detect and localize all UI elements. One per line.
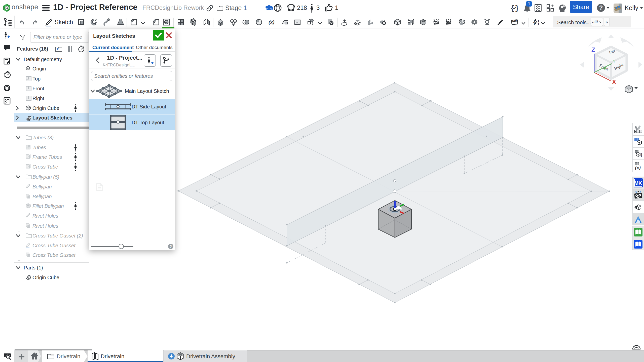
svg-text:}: } — [537, 19, 539, 26]
svg-text:{: { — [510, 5, 514, 12]
svg-text:}: } — [641, 152, 642, 157]
svg-text:(x): (x) — [635, 165, 641, 170]
svg-text:MK: MK — [634, 180, 642, 186]
svg-text:X: X — [612, 78, 616, 85]
svg-text:Y: Y — [613, 59, 616, 64]
svg-text:}: } — [515, 5, 518, 12]
svg-text:(x): (x) — [269, 19, 275, 25]
svg-text:Z: Z — [591, 46, 595, 53]
